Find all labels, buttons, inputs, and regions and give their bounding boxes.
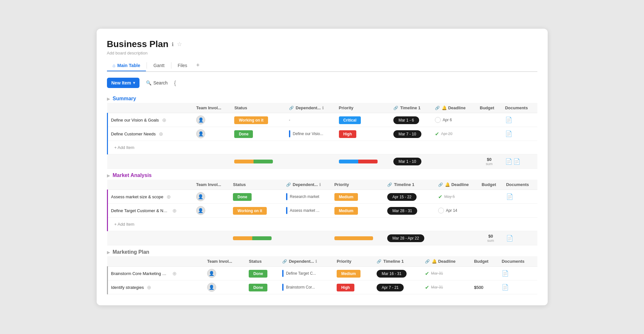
tab-files[interactable]: Files xyxy=(172,60,193,71)
page-header: Business Plan ℹ ☆ Add board description … xyxy=(107,39,537,72)
timeline-badge: Mar 28 - 31 xyxy=(387,207,417,215)
col-header-item xyxy=(107,103,193,113)
add-subitem-button[interactable]: ⊕ xyxy=(158,130,164,138)
status-badge[interactable]: Done xyxy=(249,284,267,291)
bell-icon-m: 🔔 xyxy=(445,182,450,187)
info-icon[interactable]: ℹ xyxy=(172,41,174,47)
bell-icon: 🔔 xyxy=(442,105,447,110)
col-header-documents-m: Documents xyxy=(503,180,537,190)
avatar[interactable]: 👤 xyxy=(196,206,205,215)
dep-bar xyxy=(286,193,287,200)
link-icon-2: 🔗 xyxy=(393,106,398,110)
avatar[interactable]: 👤 xyxy=(207,269,216,278)
avatar[interactable]: 👤 xyxy=(196,192,205,201)
tab-gantt[interactable]: Gantt xyxy=(148,60,170,71)
star-icon[interactable]: ☆ xyxy=(177,41,182,48)
tab-add-button[interactable]: + xyxy=(193,59,203,71)
add-subitem-button[interactable]: ⊕ xyxy=(172,270,177,277)
status-badge[interactable]: Done xyxy=(233,193,252,201)
priority-bar xyxy=(339,160,378,163)
add-item-label[interactable]: + Add Item xyxy=(111,143,534,152)
budget-value: $500 xyxy=(474,285,483,290)
item-name[interactable]: Assess market size & scope xyxy=(111,194,164,199)
avatar[interactable]: 👤 xyxy=(207,283,216,292)
col-header-documents-mp: Documents xyxy=(498,256,537,267)
file-icon-2: 📄 xyxy=(513,158,520,165)
item-name[interactable]: Define our Vision & Goals xyxy=(111,118,159,123)
page-title: Business Plan xyxy=(107,39,168,49)
priority-badge[interactable]: High xyxy=(339,130,357,138)
section-toggle-market[interactable]: ▶ xyxy=(107,173,110,178)
col-header-timeline-m: 🔗 Timeline 1 xyxy=(384,180,435,190)
add-item-label[interactable]: + Add Item xyxy=(111,220,534,229)
table-row: Brainstorm Core Marketing me... ⊕ 👤 Done xyxy=(107,267,537,280)
col-header-budget: Budget xyxy=(476,103,502,113)
new-item-button[interactable]: New Item ▾ xyxy=(107,78,139,88)
priority-badge[interactable]: Medium xyxy=(334,207,358,215)
timeline-badge: Mar 7 - 10 xyxy=(393,130,421,138)
col-header-item-m xyxy=(107,180,193,190)
avatar[interactable]: 👤 xyxy=(196,129,205,138)
item-name[interactable]: Brainstorm Core Marketing me... xyxy=(111,271,169,276)
deadline-check-icon xyxy=(438,208,444,213)
info-icon-mp: ℹ xyxy=(315,259,317,264)
file-icon[interactable]: 📄 xyxy=(505,131,512,137)
board-description[interactable]: Add board description xyxy=(107,51,537,55)
col-header-budget-mp: Budget xyxy=(471,256,498,267)
add-item-row[interactable]: + Add Item xyxy=(107,141,537,154)
add-subitem-button[interactable]: ⊕ xyxy=(146,284,152,291)
col-header-dependency: 🔗 Dependent... ℹ xyxy=(286,103,336,113)
priority-badge[interactable]: Medium xyxy=(334,193,358,201)
add-subitem-button[interactable]: ⊕ xyxy=(166,193,171,201)
filter-icon[interactable]: { xyxy=(174,80,176,86)
status-badge[interactable]: Working on it xyxy=(234,116,268,124)
col-header-priority-mp: Priority xyxy=(333,256,373,267)
new-item-label: New Item xyxy=(111,80,131,85)
info-icon-m: ℹ xyxy=(319,182,321,187)
file-icon[interactable]: 📄 xyxy=(506,193,513,200)
priority-badge[interactable]: Critical xyxy=(339,116,361,124)
timeline-badge: Apr 15 - 22 xyxy=(387,193,417,201)
avatar[interactable]: 👤 xyxy=(196,115,205,124)
search-icon: 🔍 xyxy=(146,80,151,85)
add-item-row[interactable]: + Add Item xyxy=(107,218,537,231)
file-icon[interactable]: 📄 xyxy=(505,117,512,123)
table-summary: Team Invol... Status 🔗 Dependent... ℹ Pr… xyxy=(107,103,537,169)
priority-seg-orange xyxy=(334,236,373,240)
dependency-bar xyxy=(289,130,290,137)
tab-main-table[interactable]: ⌂ Main Table xyxy=(107,60,146,71)
section-toggle-marketing[interactable]: ▶ xyxy=(107,250,110,255)
col-header-team: Team Invol... xyxy=(193,103,231,113)
add-subitem-button[interactable]: ⊕ xyxy=(161,116,167,124)
tab-bar: ⌂ Main Table Gantt Files + xyxy=(107,59,537,72)
priority-badge[interactable]: Medium xyxy=(337,270,360,278)
file-icon: 📄 xyxy=(505,158,512,165)
section-summary: ▶ Summary Team Invol... Status 🔗 Depende… xyxy=(107,96,537,169)
table-row: Define Target Customer & Need ⊕ 👤 Workin… xyxy=(107,204,537,218)
item-name[interactable]: Define Target Customer & Need xyxy=(111,208,169,213)
section-title-market[interactable]: Market Analysis xyxy=(113,172,152,178)
search-button[interactable]: 🔍 Search xyxy=(143,78,171,88)
item-name[interactable]: Identify strategies xyxy=(111,285,144,290)
section-title-marketing[interactable]: Marketing Plan xyxy=(113,249,149,255)
status-badge[interactable]: Done xyxy=(234,130,253,138)
dep-bar xyxy=(282,284,284,291)
file-icon[interactable]: 📄 xyxy=(502,284,509,290)
deadline-text: Apr 6 xyxy=(443,118,452,122)
deadline-text: Apr 14 xyxy=(446,208,457,213)
item-name[interactable]: Define Customer Needs xyxy=(111,132,156,136)
timeline-badge: Mar 1 - 6 xyxy=(393,116,419,124)
priority-badge[interactable]: High xyxy=(337,284,354,291)
table-row: Define Customer Needs ⊕ 👤 Done Define ou xyxy=(107,127,537,141)
timeline-badge: Mar 16 - 31 xyxy=(377,270,407,278)
status-badge[interactable]: Working on it xyxy=(233,207,266,215)
col-header-timeline: 🔗 Timeline 1 xyxy=(390,103,432,113)
section-toggle-summary[interactable]: ▶ xyxy=(107,96,110,101)
add-subitem-button[interactable]: ⊕ xyxy=(172,207,177,214)
col-header-dep-mp: 🔗 Dependent... ℹ xyxy=(279,256,334,267)
status-badge[interactable]: Done xyxy=(249,270,267,278)
link-icon-m: 🔗 xyxy=(286,182,291,187)
file-icon[interactable]: 📄 xyxy=(502,270,509,277)
table-row: Define our Vision & Goals ⊕ 👤 Working on… xyxy=(107,113,537,127)
section-title-summary[interactable]: Summary xyxy=(113,96,136,102)
